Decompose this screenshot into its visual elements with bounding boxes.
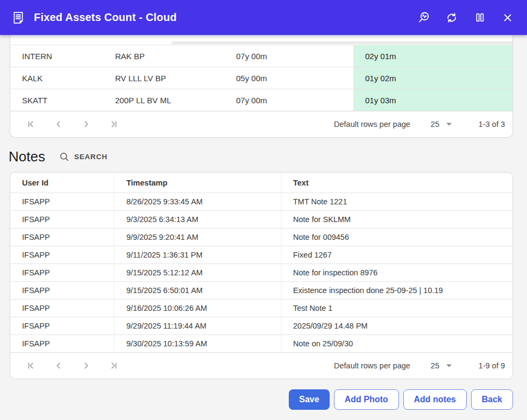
cell-life: 07y 00m (224, 45, 353, 67)
rows-per-page-value: 25 (431, 361, 439, 370)
first-page-button[interactable] (22, 357, 40, 375)
column-header-timestamp[interactable]: Timestamp (114, 173, 281, 193)
cell-life: 07y 00m (224, 89, 353, 111)
close-x-icon (501, 11, 514, 24)
cell-text: Note on 25/09/30 (281, 335, 512, 352)
table-row[interactable]: INTERN RAK BP 07y 00m 02y 01m (10, 45, 512, 67)
previous-page-button[interactable] (49, 115, 68, 133)
table-row[interactable]: IFSAPP 9/3/2025 6:34:13 AM Note for SKLM… (10, 210, 512, 228)
cell-timestamp: 9/30/2025 10:13:59 AM (114, 335, 281, 352)
assets-table-header-cutoff (10, 35, 512, 45)
rows-per-page-select[interactable]: 25 (431, 361, 452, 370)
cell-description: 200P LL BV ML (103, 89, 224, 111)
table-row[interactable]: IFSAPP 8/26/2025 9:33:45 AM TMT Note 122… (10, 193, 512, 210)
last-page-icon (108, 118, 119, 130)
table-row[interactable]: IFSAPP 9/9/2025 9:20:41 AM Note for 0094… (10, 228, 512, 246)
table-row[interactable]: IFSAPP 9/15/2025 5:12:12 AM Note for ins… (10, 264, 512, 281)
column-header-text[interactable]: Text (281, 173, 512, 193)
cell-timestamp: 9/15/2025 5:12:12 AM (114, 264, 281, 281)
chevron-right-icon (80, 360, 92, 372)
rows-per-page-select[interactable]: 25 (431, 120, 452, 129)
cell-timestamp: 9/9/2025 9:20:41 AM (114, 229, 281, 246)
cell-account: SKATT (10, 89, 103, 111)
notes-table-pagination: Default rows per page 25 1-9 of 9 (10, 352, 512, 379)
cell-text: Test Note 1 (281, 300, 512, 317)
cell-user-id: IFSAPP (10, 335, 114, 352)
cell-text: TMT Note 1221 (281, 193, 512, 210)
notes-title: Notes (9, 148, 45, 165)
next-page-button[interactable] (77, 115, 95, 133)
pagination-nav (22, 357, 123, 375)
data-search-button[interactable] (416, 10, 431, 25)
cell-user-id: IFSAPP (10, 317, 114, 334)
table-row[interactable]: IFSAPP 9/11/2025 1:36:31 PM Fixed 1267 (10, 246, 512, 264)
cell-timestamp: 9/11/2025 1:36:31 PM (114, 246, 281, 264)
cell-remaining: 01y 02m (353, 67, 512, 89)
refresh-button[interactable] (444, 10, 459, 25)
cell-text: 2025/09/29 14.48 PM (281, 317, 512, 334)
rows-per-page-value: 25 (431, 120, 439, 129)
table-row[interactable]: IFSAPP 9/30/2025 10:13:59 AM Note on 25/… (10, 334, 512, 352)
chevron-left-icon (53, 360, 65, 372)
last-page-icon (108, 360, 119, 372)
pause-bars-icon (473, 11, 487, 24)
cell-user-id: IFSAPP (10, 211, 114, 228)
save-button[interactable]: Save (289, 389, 329, 410)
pagination-info: Default rows per page 25 1-3 of 3 (334, 120, 505, 129)
search-icon (59, 152, 69, 162)
cell-user-id: IFSAPP (10, 246, 114, 264)
cell-timestamp: 9/29/2025 11:19:44 AM (114, 317, 281, 334)
previous-page-button[interactable] (49, 357, 68, 375)
rows-per-page-label: Default rows per page (334, 120, 410, 129)
notes-table-card: User Id Timestamp Text IFSAPP 8/26/2025 … (10, 172, 513, 379)
page-range-label: 1-3 of 3 (473, 120, 505, 129)
chevron-left-icon (53, 118, 65, 130)
cell-text: Existence inspection done 25-09-25 | 10.… (281, 282, 512, 299)
column-layout-button[interactable] (472, 10, 487, 25)
table-row[interactable]: SKATT 200P LL BV ML 07y 00m 01y 03m (10, 89, 512, 111)
chevron-down-icon (446, 364, 452, 368)
cell-user-id: IFSAPP (10, 264, 114, 281)
table-row[interactable]: IFSAPP 9/29/2025 11:19:44 AM 2025/09/29 … (10, 317, 512, 334)
close-button[interactable] (500, 10, 515, 25)
cell-user-id: IFSAPP (10, 282, 114, 299)
cell-account: INTERN (10, 45, 103, 67)
cell-user-id: IFSAPP (10, 229, 114, 246)
back-button[interactable]: Back (471, 389, 513, 410)
cell-text: Note for inspection 8976 (281, 264, 512, 281)
next-page-button[interactable] (77, 357, 95, 375)
assets-table-pagination: Default rows per page 25 1-3 of 3 (10, 111, 512, 137)
action-button-row: Save Add Photo Add notes Back (289, 389, 513, 410)
assets-table-card: INTERN RAK BP 07y 00m 02y 01m KALK RV LL… (10, 35, 513, 138)
column-header-user-id[interactable]: User Id (10, 173, 114, 193)
table-row[interactable]: IFSAPP 9/15/2025 6:50:01 AM Existence in… (10, 281, 512, 299)
document-lines-icon (11, 10, 26, 25)
app-bar-actions (416, 10, 515, 25)
add-notes-button[interactable]: Add notes (403, 389, 467, 410)
first-page-button[interactable] (22, 115, 40, 133)
horizontal-scrollbar[interactable] (172, 41, 512, 44)
table-row[interactable]: KALK RV LLL LV BP 05y 00m 01y 02m (10, 67, 512, 89)
cell-life: 05y 00m (224, 67, 353, 89)
page-range-label: 1-9 of 9 (473, 361, 505, 370)
cell-remaining: 02y 01m (353, 45, 512, 67)
cell-timestamp: 9/15/2025 6:50:01 AM (114, 282, 281, 299)
notes-search-button[interactable]: SEARCH (59, 152, 108, 162)
rows-per-page-label: Default rows per page (334, 361, 410, 370)
table-row[interactable]: IFSAPP 9/16/2025 10:06:26 AM Test Note 1 (10, 299, 512, 317)
chevron-right-icon (80, 118, 92, 130)
cell-description: RAK BP (103, 45, 224, 67)
cell-timestamp: 9/3/2025 6:34:13 AM (114, 211, 281, 228)
cell-timestamp: 9/16/2025 10:06:26 AM (114, 300, 281, 317)
pagination-info: Default rows per page 25 1-9 of 9 (334, 361, 505, 370)
cell-remaining: 01y 03m (353, 89, 512, 111)
last-page-button[interactable] (104, 115, 123, 133)
first-page-icon (25, 360, 37, 372)
cell-text: Note for 009456 (281, 229, 512, 246)
add-photo-button[interactable]: Add Photo (334, 389, 399, 410)
last-page-button[interactable] (104, 357, 123, 375)
magnifier-pulse-icon (417, 11, 431, 25)
fixed-assets-count-window: Fixed Assets Count - Cloud (0, 0, 527, 420)
cell-account: KALK (10, 67, 103, 89)
pagination-nav (22, 115, 123, 133)
